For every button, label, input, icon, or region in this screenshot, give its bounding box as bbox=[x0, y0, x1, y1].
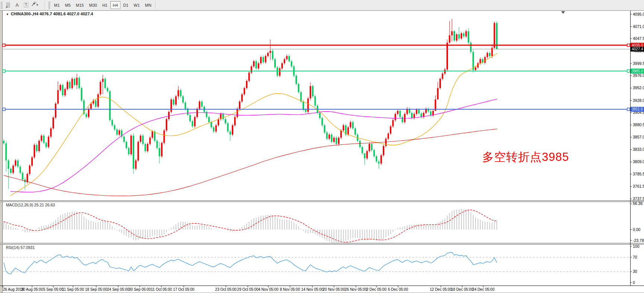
annotation-text[interactable]: 多空转折点3985 bbox=[482, 149, 569, 165]
date-label: 5 Sep 05:00 bbox=[43, 287, 63, 292]
svg-text:-23.78: -23.78 bbox=[633, 238, 644, 243]
text-label-icon[interactable]: T bbox=[22, 1, 31, 9]
mt4-chart-window: 4095.04071.04047.54023.53999.53976.03952… bbox=[0, 0, 644, 293]
chart-grid-icon[interactable]: F bbox=[4, 1, 13, 9]
date-label: 24 Sep 05:00 bbox=[107, 287, 129, 292]
toolbar-grip[interactable] bbox=[48, 1, 50, 9]
svg-text:3952.0: 3952.0 bbox=[633, 85, 644, 90]
grid-f-icon: F bbox=[6, 3, 10, 7]
date-label: 20 Nov 05:00 bbox=[323, 287, 345, 292]
date-label: 2 Dec 05:00 bbox=[366, 287, 386, 292]
letter-a-icon: A bbox=[15, 2, 19, 8]
level-line-handle bbox=[627, 108, 630, 110]
toolbar-grip[interactable] bbox=[1, 1, 3, 9]
tab-timeframe-M30[interactable]: M30 bbox=[87, 1, 99, 9]
text-annotation-icon[interactable]: A bbox=[13, 1, 22, 9]
rsi-indicator-label: RSI(14) 57.0931 bbox=[6, 245, 35, 250]
date-label: 17 Oct 05:00 bbox=[173, 287, 195, 292]
chart-canvas[interactable]: 4095.04071.04047.54023.53999.53976.03952… bbox=[0, 0, 644, 293]
svg-text:30: 30 bbox=[633, 269, 637, 274]
date-label: 18 Sep 05:00 bbox=[85, 287, 107, 292]
date-label: 11 Oct 05:00 bbox=[151, 287, 172, 292]
date-label: 23 Oct 05:00 bbox=[215, 287, 237, 292]
letter-t-icon: T bbox=[24, 3, 28, 7]
chart-title-text: CHINA300-,H4 4076.7 4081.6 4027.0 4027.4 bbox=[11, 12, 93, 16]
date-label: 29 Oct 05:00 bbox=[237, 287, 259, 292]
date-label: 6 Dec 05:00 bbox=[388, 287, 408, 292]
svg-text:3880.5: 3880.5 bbox=[633, 122, 644, 127]
svg-text:56.36: 56.36 bbox=[633, 201, 643, 206]
tab-timeframe-H4[interactable]: H4 bbox=[110, 1, 120, 9]
arrows-icon bbox=[31, 1, 37, 6]
svg-text:3976.0: 3976.0 bbox=[633, 73, 644, 78]
price-badge: 4027.4 bbox=[632, 47, 643, 51]
tab-timeframe-W1[interactable]: W1 bbox=[132, 1, 142, 9]
macd-indicator-label: MACD(12,26,9) 25.21 26.63 bbox=[6, 203, 55, 207]
tab-timeframe-M1[interactable]: M1 bbox=[52, 1, 62, 9]
svg-text:70: 70 bbox=[633, 255, 637, 259]
date-label: 30 Sep 05:00 bbox=[129, 287, 151, 292]
symbol-dropdown-icon[interactable]: ▼ bbox=[6, 13, 9, 16]
tab-timeframe-H1[interactable]: H1 bbox=[100, 1, 110, 9]
svg-text:4047.5: 4047.5 bbox=[633, 36, 644, 41]
date-label: 24 Dec 05:00 bbox=[472, 287, 495, 292]
svg-text:3761.5: 3761.5 bbox=[633, 184, 644, 188]
price-badge: 3985.0 bbox=[632, 69, 643, 73]
tab-timeframe-MN[interactable]: MN bbox=[143, 1, 154, 9]
level-line-handle bbox=[3, 70, 5, 72]
level-line-handle bbox=[627, 44, 630, 47]
date-label: 12 Dec 05:00 bbox=[430, 287, 452, 292]
svg-text:3809.0: 3809.0 bbox=[633, 159, 644, 164]
timeframe-bar: M1M5M15M30H1H4D1W1MN bbox=[51, 1, 154, 9]
svg-text:0.00: 0.00 bbox=[633, 227, 641, 232]
svg-text:100: 100 bbox=[633, 244, 640, 249]
svg-text:4095.0: 4095.0 bbox=[633, 12, 644, 16]
level-line-handle bbox=[3, 108, 5, 110]
toolbar: F A T ▼ M1M5M15M30H1H4D1W1MN bbox=[0, 0, 644, 10]
svg-text:3737.5: 3737.5 bbox=[633, 196, 644, 201]
date-label: 30 Aug 05:00 bbox=[21, 287, 43, 292]
svg-text:3999.5: 3999.5 bbox=[633, 61, 644, 66]
level-line-handle bbox=[3, 44, 5, 47]
chart-title: ▼CHINA300-,H4 4076.7 4081.6 4027.0 4027.… bbox=[6, 12, 93, 16]
date-label: 4 Nov 05:00 bbox=[258, 287, 278, 292]
svg-text:4071.0: 4071.0 bbox=[633, 24, 644, 29]
svg-text:0: 0 bbox=[633, 280, 635, 285]
tab-timeframe-M5[interactable]: M5 bbox=[63, 1, 73, 9]
price-badge: 3911.0 bbox=[632, 107, 643, 111]
svg-text:3833.0: 3833.0 bbox=[633, 147, 644, 152]
level-line-handle bbox=[627, 70, 630, 72]
tab-timeframe-D1[interactable]: D1 bbox=[121, 1, 131, 9]
date-label: 14 Nov 05:00 bbox=[301, 287, 323, 292]
drawing-tools-button[interactable]: ▼ bbox=[31, 1, 43, 9]
toolbar-separator bbox=[155, 1, 157, 9]
date-label: 18 Dec 05:00 bbox=[451, 287, 473, 292]
svg-text:3857.0: 3857.0 bbox=[633, 135, 644, 139]
toolbar-separator bbox=[45, 1, 46, 9]
tab-timeframe-M15[interactable]: M15 bbox=[74, 1, 86, 9]
date-label: 11 Sep 05:00 bbox=[62, 287, 84, 292]
svg-text:3928.0: 3928.0 bbox=[633, 98, 644, 103]
svg-text:3785.5: 3785.5 bbox=[633, 172, 644, 176]
price-badge: 4035.0 bbox=[632, 43, 643, 47]
date-label: 8 Nov 05:00 bbox=[280, 287, 300, 292]
date-label: 26 Nov 05:00 bbox=[345, 287, 367, 292]
